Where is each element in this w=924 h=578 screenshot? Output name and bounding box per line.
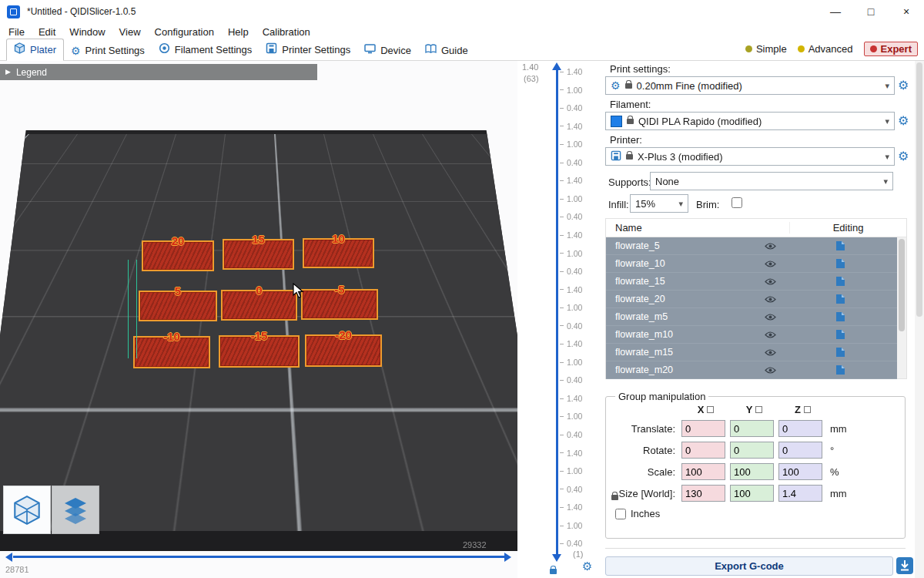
tab-plater[interactable]: Plater (6, 39, 64, 61)
object-list-row[interactable]: flowrate_m15 (606, 344, 897, 361)
minimize-button[interactable]: — (818, 0, 853, 23)
rotate-y-input[interactable] (730, 442, 774, 459)
mode-advanced[interactable]: Advanced (798, 43, 853, 55)
mode-simple[interactable]: Simple (745, 43, 787, 55)
object-name: flowrate_5 (606, 240, 757, 251)
object-flow-label: -20 (335, 329, 352, 341)
print-settings-gear-button[interactable]: ⚙ (898, 79, 909, 92)
edit-layers-icon[interactable] (783, 294, 897, 304)
export-gcode-icon-button[interactable] (896, 557, 913, 576)
horizontal-slider[interactable] (13, 556, 504, 558)
uniform-scale-lock-icon[interactable] (611, 495, 618, 500)
supports-combo[interactable]: None ▾ (650, 172, 893, 190)
menu-file[interactable]: File (2, 26, 32, 38)
edit-layers-icon[interactable] (783, 329, 897, 340)
layer-slider-gear-icon[interactable]: ⚙ (582, 560, 592, 572)
rotate-x-input[interactable] (681, 442, 725, 459)
eye-icon[interactable] (757, 366, 783, 375)
printer-combo[interactable]: X-Plus 3 (modified) ▾ (605, 147, 895, 166)
h-slider-min-value: 28781 (5, 565, 29, 574)
layer-slider[interactable] (556, 70, 558, 554)
h-slider-left-arrow[interactable] (5, 553, 12, 562)
printer-gear-button[interactable]: ⚙ (898, 150, 909, 163)
size-z-input[interactable] (778, 485, 822, 502)
ruler-tick: 0.40 (560, 486, 582, 494)
scrollbar-thumb[interactable] (899, 239, 905, 331)
menu-configuration[interactable]: Configuration (148, 26, 221, 38)
layer-slider-down-arrow[interactable] (552, 554, 561, 562)
legend-bar[interactable]: ▶ Legend (0, 64, 317, 80)
object-list-row[interactable]: flowrate_10 (606, 255, 897, 273)
mode-expert[interactable]: Expert (864, 42, 918, 56)
scale-y-input[interactable] (730, 463, 774, 480)
eye-icon[interactable] (757, 260, 783, 268)
viewport-3d[interactable]: 20151050-5-10-15-20 ▶ Legend 28781 29332 (0, 61, 517, 578)
eye-icon[interactable] (757, 348, 783, 357)
preview-view-button[interactable] (52, 486, 99, 534)
eye-icon[interactable] (757, 295, 783, 304)
scale-x-input[interactable] (681, 463, 725, 480)
plate-object[interactable]: -10 (133, 336, 210, 368)
filament-combo[interactable]: QIDI PLA Rapido (modified) ▾ (605, 112, 895, 130)
rotate-z-input[interactable] (778, 442, 822, 459)
brim-checkbox[interactable] (732, 197, 742, 208)
print-settings-combo[interactable]: ⚙ 0.20mm Fine (modified) ▾ (605, 76, 895, 95)
tab-device[interactable]: Device (357, 41, 418, 60)
infill-combo[interactable]: 15% ▾ (630, 194, 688, 213)
eye-icon[interactable] (757, 277, 783, 286)
eye-icon[interactable] (757, 242, 783, 250)
menu-help[interactable]: Help (221, 26, 256, 38)
tab-filament-settings[interactable]: Filament Settings (152, 39, 259, 60)
translate-x-input[interactable] (681, 420, 725, 437)
menu-calibration[interactable]: Calibration (256, 26, 317, 38)
filament-gear-button[interactable]: ⚙ (898, 115, 909, 127)
eye-icon[interactable] (757, 313, 783, 321)
object-list-row[interactable]: flowrate_15 (606, 273, 897, 291)
edit-layers-icon[interactable] (783, 240, 897, 251)
plate-object[interactable]: -20 (305, 334, 382, 367)
plate-object[interactable]: 15 (223, 239, 294, 270)
scrollbar-thumb[interactable] (916, 62, 922, 317)
plate-object[interactable]: -5 (301, 289, 378, 320)
plate-object[interactable]: -15 (219, 335, 300, 368)
plate-object[interactable]: 0 (221, 290, 297, 321)
translate-z-input[interactable] (778, 420, 822, 437)
lock-icon[interactable] (550, 569, 557, 574)
editor-view-button[interactable] (3, 486, 51, 534)
tab-guide[interactable]: Guide (418, 41, 475, 60)
menu-edit[interactable]: Edit (32, 26, 62, 38)
export-gcode-button[interactable]: Export G-code (605, 556, 893, 576)
object-list-scrollbar[interactable] (897, 237, 906, 378)
tab-print-settings[interactable]: ⚙ Print Settings (64, 42, 152, 60)
supports-label: Supports: (608, 176, 651, 188)
eye-icon[interactable] (757, 331, 783, 339)
edit-layers-icon[interactable] (783, 365, 897, 375)
printer-icon (611, 150, 621, 163)
size-x-input[interactable] (681, 485, 725, 502)
plate-object[interactable]: 5 (139, 291, 217, 321)
edit-layers-icon[interactable] (783, 347, 897, 358)
object-list-row[interactable]: flowrate_5 (606, 237, 897, 255)
plate-object[interactable]: 20 (142, 240, 214, 271)
h-slider-right-arrow[interactable] (504, 553, 511, 562)
menu-window[interactable]: Window (62, 26, 112, 38)
object-list-row[interactable]: flowrate_m20 (606, 361, 897, 379)
object-list-row[interactable]: flowrate_20 (606, 291, 897, 308)
translate-y-input[interactable] (730, 420, 774, 437)
translate-unit: mm (827, 423, 865, 435)
object-list-row[interactable]: flowrate_m10 (606, 326, 897, 344)
ruler-tick: 0.40 (560, 267, 582, 276)
edit-layers-icon[interactable] (783, 258, 897, 269)
close-button[interactable]: × (889, 0, 924, 23)
plate-object[interactable]: 10 (303, 238, 374, 268)
object-list-row[interactable]: flowrate_m5 (606, 308, 897, 326)
maximize-button[interactable]: □ (853, 0, 889, 23)
scale-z-input[interactable] (778, 463, 822, 480)
edit-layers-icon[interactable] (783, 311, 897, 322)
inches-checkbox[interactable] (615, 509, 626, 519)
tab-printer-settings[interactable]: Printer Settings (259, 39, 357, 60)
edit-layers-icon[interactable] (783, 276, 897, 287)
panel-scrollbar[interactable] (915, 61, 924, 578)
menu-view[interactable]: View (112, 26, 148, 38)
size-y-input[interactable] (730, 485, 774, 502)
